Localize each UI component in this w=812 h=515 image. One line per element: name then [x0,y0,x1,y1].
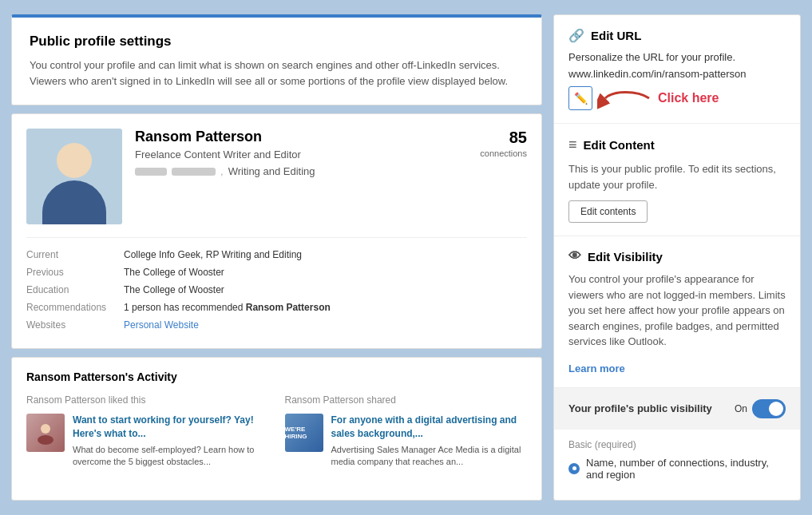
click-here-label: Click here [658,91,719,105]
edit-url-button[interactable]: ✏️ [568,86,592,110]
edit-content-title: ≡ Edit Content [568,137,786,153]
activity-shared-headline[interactable]: For anyone with a digital advertising an… [331,414,528,441]
detail-label-websites: Websites [26,319,114,331]
settings-title: Public profile settings [30,34,524,50]
activity-liked-item: Want to start working for yourself? Yay!… [26,414,269,468]
activity-shared-thumb: WE'RE HIRING [285,414,323,452]
visibility-toggle-section: Your profile's public visibility On [554,388,800,430]
detail-row-previous: Previous The College of Wooster [26,263,527,281]
activity-shared-header: Ransom Patterson shared [285,394,528,406]
basic-label: Basic (required) [568,439,786,450]
click-here-container: ✏️ Click here [568,86,786,110]
settings-description: You control your profile and can limit w… [30,57,524,89]
main-container: Public profile settings You control your… [0,0,812,515]
detail-row-current: Current College Info Geek, RP Writing an… [26,246,527,263]
edit-content-label: Edit Content [584,138,655,152]
left-panel: Public profile settings You control your… [11,14,542,501]
activity-liked-header: Ransom Patterson liked this [26,394,269,406]
activity-liked-thumb-img [26,414,65,452]
edit-url-section: 🔗 Edit URL Personalize the URL for your … [554,15,800,124]
connections-number: 85 [480,129,527,147]
detail-value-recommendations: 1 person has recommended Ransom Patterso… [124,302,527,313]
right-panel: 🔗 Edit URL Personalize the URL for your … [553,14,801,501]
edit-content-section: ≡ Edit Content This is your public profi… [554,124,800,236]
profile-details: Current College Info Geek, RP Writing an… [26,237,527,334]
edit-visibility-section: 👁 Edit Visibility You control your profi… [554,236,800,388]
link-icon: 🔗 [568,28,584,43]
activity-shared-desc: Advertising Sales Manager Ace Media is a… [331,444,528,469]
connections-label: connections [480,149,527,158]
click-here-arrow [597,86,653,110]
visibility-toggle-switch[interactable] [752,399,786,418]
profile-name: Ransom Patterson [135,129,467,145]
detail-label-education: Education [26,284,114,295]
connections-count: 85 connections [480,129,527,159]
detail-value-current: College Info Geek, RP Writing and Editin… [124,249,527,260]
activity-shared-content: For anyone with a digital advertising an… [331,414,528,468]
tag-pill-1 [135,168,167,176]
activity-liked-col: Ransom Patterson liked this Want to star… [26,394,269,468]
edit-url-description: Personalize the URL for your profile. [568,51,786,63]
url-value: www.linkedin.com/in/ransom-patterson [568,68,786,80]
detail-row-recommendations: Recommendations 1 person has recommended… [26,299,527,316]
profile-card: Ransom Patterson Freelance Content Write… [11,113,542,349]
pencil-icon: ✏️ [574,92,588,105]
profile-info: Ransom Patterson Freelance Content Write… [135,129,467,177]
list-icon: ≡ [568,137,577,153]
detail-value-previous: The College of Wooster [124,267,527,278]
avatar-image [26,129,122,224]
svg-point-0 [41,424,50,434]
detail-label-current: Current [26,249,114,260]
detail-label-previous: Previous [26,267,114,278]
profile-job-title: Freelance Content Writer and Editor [135,149,467,160]
detail-row-websites: Websites Personal Website [26,316,527,334]
activity-liked-desc: What do become self-employed? Learn how … [73,444,269,469]
edit-content-description: This is your public profile. To edit its… [568,161,786,192]
visibility-toggle-label: Your profile's public visibility [568,402,735,414]
recommendations-name: Ransom Patterson [246,302,331,313]
edit-contents-button[interactable]: Edit contents [568,200,648,223]
activity-shared-thumb-img: WE'RE HIRING [285,414,323,452]
activity-liked-headline[interactable]: Want to start working for yourself? Yay!… [73,414,269,441]
profile-top: Ransom Patterson Freelance Content Write… [26,129,527,224]
edit-url-label: Edit URL [591,29,641,42]
radio-text-basic: Name, number of connections, industry, a… [586,457,786,481]
tag-skills: Writing and Editing [228,165,315,177]
edit-url-title: 🔗 Edit URL [568,28,786,43]
recommendations-prefix: 1 person has recommended [124,302,246,313]
settings-header-card: Public profile settings You control your… [11,14,542,105]
edit-visibility-title: 👁 Edit Visibility [568,249,786,263]
activity-shared-item: WE'RE HIRING For anyone with a digital a… [285,414,528,468]
edit-visibility-label: Edit Visibility [588,250,663,263]
radio-item-basic[interactable]: Name, number of connections, industry, a… [568,457,786,481]
activity-cols: Ransom Patterson liked this Want to star… [26,394,527,468]
tag-divider: , [220,165,224,177]
detail-label-recommendations: Recommendations [26,302,114,313]
profile-tags: , Writing and Editing [135,165,467,177]
activity-liked-content: Want to start working for yourself? Yay!… [73,414,269,468]
radio-circle [568,463,580,474]
toggle-on-label: On [735,403,747,414]
toggle-container: On [735,399,786,418]
activity-shared-col: Ransom Patterson shared WE'RE HIRING For… [285,394,528,468]
eye-icon: 👁 [568,249,581,263]
tag-pill-2 [172,168,216,176]
edit-visibility-description: You control your profile's appearance fo… [568,271,786,350]
detail-value-websites[interactable]: Personal Website [124,319,527,331]
basic-section: Basic (required) Name, number of connect… [554,430,800,490]
activity-liked-thumb [26,414,65,452]
activity-section: Ransom Patterson's Activity Ransom Patte… [11,357,542,501]
detail-row-education: Education The College of Wooster [26,281,527,299]
avatar [26,129,122,224]
learn-more-link[interactable]: Learn more [568,362,625,374]
svg-point-1 [38,435,53,445]
detail-value-education: The College of Wooster [124,284,527,295]
activity-title: Ransom Patterson's Activity [26,370,527,383]
